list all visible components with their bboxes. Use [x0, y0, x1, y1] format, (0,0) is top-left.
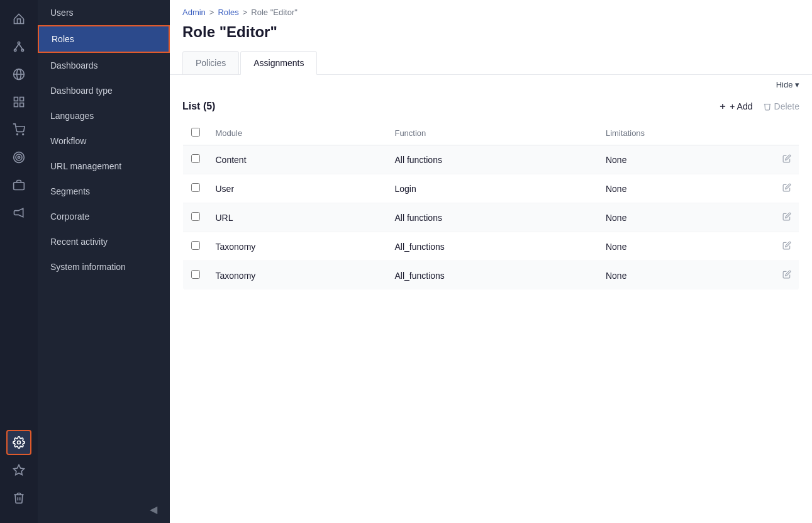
- row-limitations-3: None: [598, 232, 774, 261]
- icon-sidebar: [0, 0, 38, 523]
- nav-icon-globe[interactable]: [6, 62, 31, 87]
- svg-line-4: [19, 44, 23, 49]
- nav-icon-star[interactable]: [6, 458, 31, 483]
- row-module-0: Content: [208, 145, 387, 174]
- row-checkbox-3[interactable]: [191, 241, 200, 250]
- svg-rect-11: [20, 103, 24, 107]
- nav-icon-settings[interactable]: [6, 430, 31, 455]
- sidebar-item-url-management[interactable]: URL management: [38, 154, 170, 179]
- breadcrumb-sep-1: >: [209, 8, 214, 17]
- breadcrumb: Admin > Roles > Role "Editor": [170, 0, 812, 17]
- col-header-limitations: Limitations: [598, 121, 774, 145]
- row-limitations-0: None: [598, 145, 774, 174]
- hide-button[interactable]: Hide ▾: [776, 80, 799, 89]
- row-checkbox-cell: [183, 261, 208, 290]
- list-actions: + Add Delete: [718, 101, 799, 111]
- row-module-1: User: [208, 174, 387, 203]
- row-module-3: Taxonomy: [208, 232, 387, 261]
- svg-point-0: [18, 42, 19, 44]
- sidebar-item-roles[interactable]: Roles: [38, 25, 170, 53]
- row-limitations-2: None: [598, 203, 774, 232]
- row-function-1: Login: [387, 174, 598, 203]
- svg-rect-9: [20, 98, 24, 101]
- breadcrumb-admin[interactable]: Admin: [182, 8, 206, 17]
- table-row: User Login None: [183, 174, 799, 203]
- nav-icon-target[interactable]: [6, 145, 31, 170]
- row-edit-3[interactable]: [774, 232, 799, 261]
- svg-point-18: [18, 441, 21, 444]
- nav-icon-dashboard[interactable]: [6, 89, 31, 115]
- row-module-2: URL: [208, 203, 387, 232]
- sidebar-item-dashboard-type[interactable]: Dashboard type: [38, 78, 170, 103]
- table-row: URL All functions None: [183, 203, 799, 232]
- add-button[interactable]: + Add: [718, 101, 752, 111]
- sidebar-item-languages[interactable]: Languages: [38, 103, 170, 128]
- content-area: List (5) + Add Delete Module: [170, 94, 812, 523]
- nav-icon-badge[interactable]: [6, 172, 31, 198]
- delete-button[interactable]: Delete: [763, 101, 799, 111]
- list-title: List (5): [182, 101, 215, 112]
- row-checkbox-cell: [183, 145, 208, 174]
- tab-assignments[interactable]: Assignments: [240, 51, 317, 75]
- row-checkbox-cell: [183, 232, 208, 261]
- col-header-module: Module: [208, 121, 387, 145]
- sidebar-item-recent-activity[interactable]: Recent activity: [38, 229, 170, 254]
- svg-line-3: [15, 44, 19, 49]
- svg-marker-19: [14, 465, 25, 475]
- col-header-checkbox: [183, 121, 208, 145]
- breadcrumb-current: Role "Editor": [251, 8, 298, 17]
- row-checkbox-0[interactable]: [191, 154, 200, 163]
- row-limitations-1: None: [598, 174, 774, 203]
- nav-icon-home[interactable]: [6, 6, 31, 31]
- row-edit-4[interactable]: [774, 261, 799, 290]
- row-limitations-4: None: [598, 261, 774, 290]
- sidebar-item-workflow[interactable]: Workflow: [38, 128, 170, 154]
- breadcrumb-roles[interactable]: Roles: [218, 8, 238, 17]
- row-checkbox-cell: [183, 203, 208, 232]
- svg-point-13: [23, 134, 24, 135]
- row-checkbox-4[interactable]: [191, 270, 200, 279]
- col-header-function: Function: [387, 121, 598, 145]
- row-module-4: Taxonomy: [208, 261, 387, 290]
- row-function-4: All_functions: [387, 261, 598, 290]
- svg-rect-17: [14, 183, 25, 190]
- nav-icon-megaphone[interactable]: [6, 200, 31, 225]
- svg-rect-8: [14, 98, 18, 101]
- table-row: Content All functions None: [183, 145, 799, 174]
- sidebar-item-corporate[interactable]: Corporate: [38, 204, 170, 229]
- row-function-0: All functions: [387, 145, 598, 174]
- row-checkbox-1[interactable]: [191, 183, 200, 192]
- svg-point-15: [16, 154, 22, 160]
- text-sidebar: Users Roles Dashboards Dashboard type La…: [38, 0, 170, 523]
- sidebar-item-users[interactable]: Users: [38, 0, 170, 25]
- col-header-edit: [774, 121, 799, 145]
- svg-point-16: [18, 156, 19, 158]
- row-edit-1[interactable]: [774, 174, 799, 203]
- row-function-3: All_functions: [387, 232, 598, 261]
- svg-point-2: [21, 49, 23, 51]
- nav-icon-trash[interactable]: [6, 485, 31, 510]
- table-row: Taxonomy All_functions None: [183, 232, 799, 261]
- table-row: Taxonomy All_functions None: [183, 261, 799, 290]
- svg-point-12: [17, 134, 18, 135]
- main-content: Admin > Roles > Role "Editor" Role "Edit…: [170, 0, 812, 523]
- svg-point-1: [14, 49, 16, 51]
- nav-icon-cart[interactable]: [6, 117, 31, 142]
- sidebar-item-segments[interactable]: Segments: [38, 179, 170, 204]
- row-edit-2[interactable]: [774, 203, 799, 232]
- select-all-checkbox[interactable]: [191, 128, 200, 137]
- row-checkbox-cell: [183, 174, 208, 203]
- row-function-2: All functions: [387, 203, 598, 232]
- sidebar-item-system-information[interactable]: System information: [38, 254, 170, 279]
- page-title: Role "Editor": [170, 17, 812, 41]
- breadcrumb-sep-2: >: [243, 8, 248, 17]
- policy-table: Module Function Limitations Content All …: [182, 121, 799, 290]
- svg-rect-10: [14, 103, 18, 107]
- tab-policies[interactable]: Policies: [182, 51, 239, 74]
- tab-actions: Hide ▾: [170, 75, 812, 94]
- row-edit-0[interactable]: [774, 145, 799, 174]
- nav-icon-network[interactable]: [6, 34, 31, 59]
- row-checkbox-2[interactable]: [191, 212, 200, 221]
- collapse-sidebar-button[interactable]: ◀: [38, 496, 170, 523]
- sidebar-item-dashboards[interactable]: Dashboards: [38, 53, 170, 78]
